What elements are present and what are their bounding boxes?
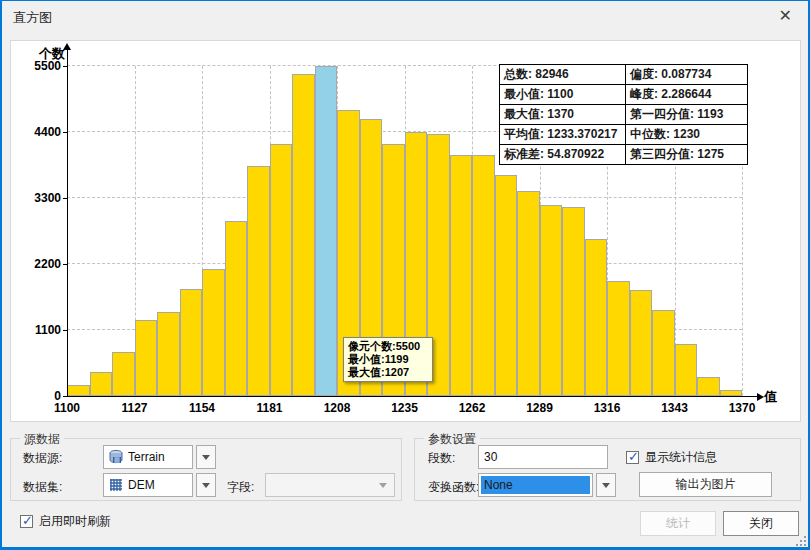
export-image-button[interactable]: 输出为图片 [639, 472, 772, 497]
datasource-label: 数据源: [23, 450, 62, 467]
y-tick-mark [63, 264, 67, 265]
datasource-dropdown-button[interactable] [196, 445, 216, 469]
y-axis-line [67, 49, 68, 397]
transform-dropdown-button[interactable] [596, 473, 616, 497]
resize-grip-icon[interactable] [797, 537, 806, 546]
histogram-bar[interactable] [112, 352, 135, 396]
close-icon[interactable]: ✕ [779, 6, 792, 26]
live-refresh-checkbox[interactable]: ✓ 启用即时刷新 [20, 513, 111, 530]
stats-table-row: 标准差: 54.870922第三四分值: 1275 [500, 145, 748, 165]
stats-cell: 偏度: 0.087734 [626, 65, 748, 85]
histogram-bar[interactable] [292, 74, 315, 396]
histogram-bar[interactable] [495, 175, 518, 396]
chevron-down-icon [202, 483, 210, 488]
selected-item-highlight: None [481, 476, 590, 494]
tooltip-line: 像元个数:5500 [348, 340, 428, 353]
stats-cell: 第一四分值: 1193 [626, 105, 748, 125]
x-tick-label: 1343 [647, 401, 703, 415]
field-label: 字段: [227, 479, 254, 496]
chart-panel: 个数 值 01100220033004400550011001127115411… [10, 40, 801, 422]
stats-cell: 总数: 82946 [500, 65, 626, 85]
x-axis-arrow-icon [757, 393, 764, 401]
field-combobox [265, 473, 395, 497]
histogram-bar[interactable] [270, 144, 293, 396]
stats-cell: 峰度: 2.286644 [626, 85, 748, 105]
stats-table-row: 平均值: 1233.370217中位数: 1230 [500, 125, 748, 145]
x-tick-label: 1127 [107, 401, 163, 415]
y-tick-mark [63, 132, 67, 133]
bins-input[interactable] [478, 445, 608, 469]
dataset-dropdown-button[interactable] [196, 473, 216, 497]
checkbox-checked-icon: ✓ [20, 515, 33, 528]
histogram-bar[interactable] [630, 290, 653, 396]
x-tick-label: 1289 [512, 401, 568, 415]
y-tick-mark [63, 330, 67, 331]
stats-table: 总数: 82946偏度: 0.087734最小值: 1100峰度: 2.2866… [499, 64, 748, 165]
histogram-bar[interactable] [652, 310, 675, 396]
datasource-combobox[interactable]: Terrain [103, 445, 193, 469]
statistics-button: 统计 [640, 511, 716, 536]
chevron-down-icon [379, 483, 387, 488]
stats-cell: 第三四分值: 1275 [626, 145, 748, 165]
show-stats-checkbox[interactable]: ✓ 显示统计信息 [626, 449, 717, 466]
stats-cell: 标准差: 54.870922 [500, 145, 626, 165]
histogram-bar[interactable] [90, 372, 113, 396]
histogram-bar[interactable] [180, 289, 203, 396]
x-tick-label: 1235 [377, 401, 433, 415]
x-tick-label: 1154 [174, 401, 230, 415]
histogram-bar-selected[interactable] [315, 66, 338, 396]
histogram-bar[interactable] [225, 221, 248, 396]
histogram-bar[interactable] [157, 312, 180, 396]
x-tick-label: 1208 [309, 401, 365, 415]
close-button[interactable]: 关闭 [723, 511, 799, 536]
y-tick-mark [63, 198, 67, 199]
transform-combobox[interactable]: None [478, 473, 593, 497]
datasource-value: Terrain [128, 450, 165, 464]
tooltip-line: 最小值:1199 [348, 353, 428, 366]
dataset-combobox[interactable]: DEM [103, 473, 193, 497]
live-refresh-label: 启用即时刷新 [39, 513, 111, 530]
stats-cell: 中位数: 1230 [626, 125, 748, 145]
histogram-bar[interactable] [450, 155, 473, 396]
histogram-bar[interactable] [675, 344, 698, 396]
y-tick-label: 1100 [17, 323, 61, 337]
transform-label: 变换函数: [428, 479, 479, 496]
title-bar: 直方图 ✕ [2, 1, 808, 31]
page-title: 直方图 [13, 9, 52, 27]
histogram-bar[interactable] [540, 205, 563, 396]
grid-icon [108, 477, 124, 493]
y-tick-label: 4400 [17, 125, 61, 139]
x-tick-label: 1100 [39, 401, 95, 415]
x-tick-label: 1316 [579, 401, 635, 415]
y-tick-label: 3300 [17, 191, 61, 205]
histogram-bar[interactable] [562, 207, 585, 396]
histogram-bar[interactable] [247, 166, 270, 396]
stats-cell: 最大值: 1370 [500, 105, 626, 125]
chevron-down-icon [202, 455, 210, 460]
y-tick-mark [63, 66, 67, 67]
bar-tooltip: 像元个数:5500最小值:1199最大值:1207 [343, 337, 433, 382]
histogram-bar[interactable] [517, 191, 540, 396]
x-tick-label: 1181 [242, 401, 298, 415]
transform-value: None [481, 478, 513, 492]
y-tick-label: 5500 [17, 59, 61, 73]
stats-table-row: 最大值: 1370第一四分值: 1193 [500, 105, 748, 125]
dataset-value: DEM [128, 478, 155, 492]
stats-cell: 最小值: 1100 [500, 85, 626, 105]
params-group-legend: 参数设置 [424, 431, 480, 448]
x-tick-label: 1370 [714, 401, 770, 415]
x-tick-label: 1262 [444, 401, 500, 415]
histogram-bar[interactable] [472, 155, 495, 396]
x-axis-line [67, 396, 757, 397]
checkbox-checked-icon: ✓ [626, 451, 639, 464]
tooltip-line: 最大值:1207 [348, 366, 428, 379]
source-data-group: 源数据 数据源: Terrain 数据集: DEM [10, 438, 402, 501]
histogram-bar[interactable] [607, 281, 630, 396]
histogram-bar[interactable] [67, 385, 90, 396]
histogram-bar[interactable] [585, 239, 608, 396]
histogram-bar[interactable] [697, 377, 720, 396]
histogram-bar[interactable] [135, 320, 158, 396]
chevron-down-icon [602, 483, 610, 488]
histogram-dialog: 直方图 ✕ 个数 值 01100220033004400550011001127… [0, 0, 810, 550]
histogram-bar[interactable] [202, 269, 225, 396]
